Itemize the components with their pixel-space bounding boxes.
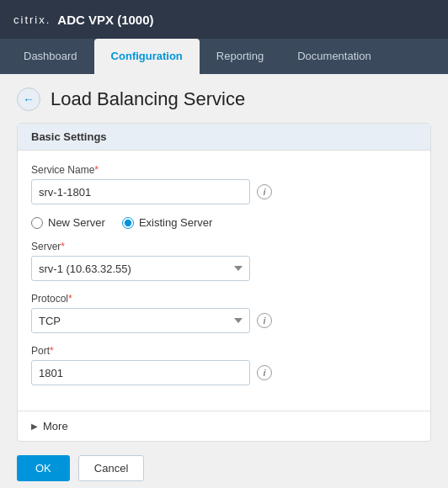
tab-configuration[interactable]: Configuration <box>94 39 200 74</box>
card-body: Service Name* i New Server Existing Serv… <box>18 151 430 411</box>
citrix-logo-text: citrix. <box>13 13 51 26</box>
tab-reporting[interactable]: Reporting <box>200 39 280 74</box>
footer-actions: OK Cancel <box>17 455 431 488</box>
back-icon: ← <box>23 93 35 106</box>
service-name-label: Service Name* <box>31 164 417 176</box>
page-title: Load Balancing Service <box>51 88 245 110</box>
existing-server-radio[interactable] <box>122 217 134 229</box>
new-server-radio[interactable] <box>31 217 43 229</box>
port-label: Port* <box>31 345 417 357</box>
protocol-group: Protocol* TCP UDP HTTP HTTPS SSL i <box>31 293 417 333</box>
existing-server-radio-label[interactable]: Existing Server <box>122 216 212 229</box>
more-label: More <box>43 420 68 432</box>
new-server-radio-label[interactable]: New Server <box>31 216 105 229</box>
app-title: ADC VPX (1000) <box>57 13 153 27</box>
service-name-input[interactable] <box>31 179 250 204</box>
port-info-icon[interactable]: i <box>257 365 272 380</box>
ok-button[interactable]: OK <box>17 455 70 481</box>
protocol-select[interactable]: TCP UDP HTTP HTTPS SSL <box>31 308 250 333</box>
card-header: Basic Settings <box>18 124 430 151</box>
more-arrow-icon: ▶ <box>31 422 38 431</box>
service-name-input-row: i <box>31 179 417 204</box>
protocol-info-icon[interactable]: i <box>257 313 272 328</box>
port-input-row: i <box>31 360 417 385</box>
port-group: Port* i <box>31 345 417 385</box>
top-bar: citrix. ADC VPX (1000) <box>0 0 448 39</box>
protocol-input-row: TCP UDP HTTP HTTPS SSL i <box>31 308 417 333</box>
page-header: ← Load Balancing Service <box>17 88 431 111</box>
page-content: ← Load Balancing Service Basic Settings … <box>0 74 448 488</box>
server-input-row: srv-1 (10.63.32.55) <box>31 256 417 281</box>
tab-documentation[interactable]: Documentation <box>280 39 387 74</box>
server-group: Server* srv-1 (10.63.32.55) <box>31 241 417 281</box>
cancel-button[interactable]: Cancel <box>78 455 144 481</box>
nav-tabs: Dashboard Configuration Reporting Docume… <box>0 39 448 74</box>
service-name-group: Service Name* i <box>31 164 417 204</box>
port-input[interactable] <box>31 360 250 385</box>
server-select[interactable]: srv-1 (10.63.32.55) <box>31 256 250 281</box>
logo-area: citrix. <box>13 13 51 26</box>
server-type-group: New Server Existing Server <box>31 216 417 229</box>
more-section[interactable]: ▶ More <box>18 411 430 441</box>
service-name-info-icon[interactable]: i <box>257 184 272 199</box>
server-label: Server* <box>31 241 417 252</box>
tab-dashboard[interactable]: Dashboard <box>7 39 94 74</box>
back-button[interactable]: ← <box>17 88 40 111</box>
basic-settings-card: Basic Settings Service Name* i New Serve… <box>17 123 431 442</box>
protocol-label: Protocol* <box>31 293 417 305</box>
